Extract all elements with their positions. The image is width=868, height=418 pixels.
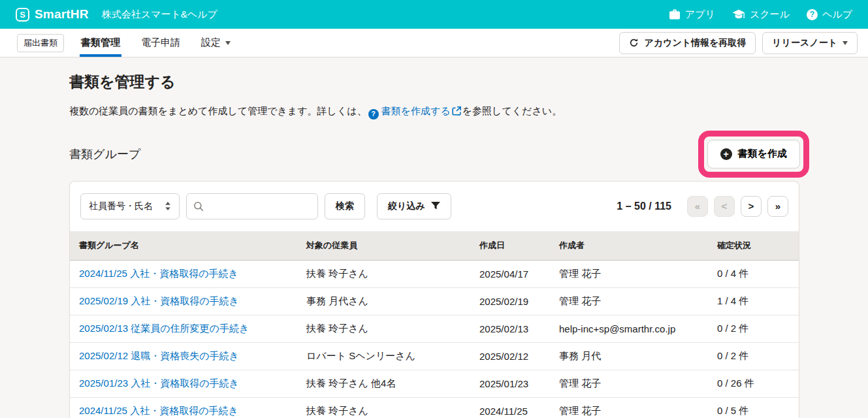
created-date-cell: 2025/04/17 bbox=[470, 260, 550, 287]
next-page-button[interactable]: > bbox=[741, 196, 762, 217]
author-cell: 管理 花子 bbox=[550, 397, 708, 418]
school-label: スクール bbox=[750, 8, 790, 21]
created-date-cell: 2024/11/25 bbox=[470, 397, 550, 418]
author-cell: 管理 花子 bbox=[550, 260, 708, 287]
search-field-select-value: 社員番号・氏名 bbox=[89, 201, 153, 212]
header-nav: アプリ スクール ? ヘルプ bbox=[669, 8, 852, 21]
author-cell: help-inc+sp@smarthr.co.jp bbox=[550, 315, 708, 342]
column-header-confirm-status: 確定状況 bbox=[708, 231, 799, 261]
tab-bar-actions: アカウント情報を再取得 リリースノート bbox=[619, 32, 858, 54]
tab-bar: 届出書類 書類管理 電子申請 設定 アカウント情報を再取得 リリースノート bbox=[0, 29, 868, 57]
refresh-account-label: アカウント情報を再取得 bbox=[644, 37, 746, 49]
document-group-link[interactable]: 2025/01/23 入社・資格取得の手続き bbox=[79, 378, 239, 389]
document-group-link[interactable]: 2024/11/25 入社・資格取得の手続き bbox=[79, 405, 238, 416]
prev-page-button[interactable]: < bbox=[714, 196, 735, 217]
group-name-cell: 2025/02/19 入社・資格取得の手続き bbox=[70, 287, 297, 315]
target-employee-cell: 扶養 玲子さん bbox=[297, 397, 470, 418]
create-document-button[interactable]: + 書類を作成 bbox=[707, 140, 800, 169]
help-icon: ? bbox=[807, 9, 818, 20]
search-box bbox=[186, 193, 318, 219]
refresh-account-button[interactable]: アカウント情報を再取得 bbox=[619, 32, 756, 54]
pagination-range: 1 – 50 / 115 bbox=[617, 201, 671, 212]
tab-document-management[interactable]: 書類管理 bbox=[71, 29, 131, 57]
section-title: 書類グループ bbox=[69, 146, 140, 162]
confirm-status-cell: 0 / 5 件 bbox=[708, 397, 799, 418]
description-text: 複数の従業員の書類をまとめて作成して管理できます。詳しくは、 bbox=[69, 105, 367, 116]
author-cell: 管理 花子 bbox=[550, 370, 708, 397]
create-documents-help-link[interactable]: 書類を作成する bbox=[381, 105, 451, 116]
pink-highlight-annotation: + 書類を作成 bbox=[698, 131, 809, 178]
apps-label: アプリ bbox=[685, 8, 715, 21]
author-cell: 事務 月代 bbox=[550, 342, 708, 370]
author-cell: 管理 花子 bbox=[550, 287, 708, 315]
target-employee-cell: 事務 月代さん bbox=[297, 287, 470, 315]
release-notes-button[interactable]: リリースノート bbox=[762, 32, 858, 54]
help-label: ヘルプ bbox=[822, 8, 852, 21]
tab-settings[interactable]: 設定 bbox=[191, 29, 241, 57]
search-field-select[interactable]: 社員番号・氏名 bbox=[80, 193, 180, 219]
funnel-icon bbox=[431, 202, 440, 210]
search-icon bbox=[193, 201, 204, 212]
release-notes-label: リリースノート bbox=[772, 37, 837, 49]
created-date-cell: 2025/02/12 bbox=[470, 342, 550, 370]
chevron-down-icon bbox=[843, 41, 848, 45]
tab-e-application[interactable]: 電子申請 bbox=[131, 29, 191, 57]
help-menu-item[interactable]: ? ヘルプ bbox=[807, 8, 852, 21]
column-header-target-employee: 対象の従業員 bbox=[297, 231, 470, 261]
table-body: 2024/11/25 入社・資格取得の手続き 扶養 玲子さん 2025/04/1… bbox=[70, 260, 799, 418]
table-toolbar: 社員番号・氏名 検索 絞り込み 1 – 50 / 115 « < > » bbox=[70, 182, 799, 231]
pagination-controls: « < > » bbox=[687, 196, 788, 217]
school-menu-item[interactable]: スクール bbox=[732, 8, 790, 21]
confirm-status-cell: 0 / 2 件 bbox=[708, 315, 799, 342]
document-group-link[interactable]: 2025/02/19 入社・資格取得の手続き bbox=[79, 295, 239, 306]
confirm-status-cell: 0 / 26 件 bbox=[708, 370, 799, 397]
table-row: 2024/11/25 入社・資格取得の手続き 扶養 玲子さん 2024/11/2… bbox=[70, 397, 799, 418]
target-employee-cell: 扶養 玲子さん 他4名 bbox=[297, 370, 470, 397]
table-row: 2025/01/23 入社・資格取得の手続き 扶養 玲子さん 他4名 2025/… bbox=[70, 370, 799, 397]
table-row: 2025/02/12 退職・資格喪失の手続き ロバート Sヘンリーさん 2025… bbox=[70, 342, 799, 370]
group-name-cell: 2024/11/25 入社・資格取得の手続き bbox=[70, 397, 297, 418]
filter-button[interactable]: 絞り込み bbox=[377, 193, 451, 219]
document-group-link[interactable]: 2025/02/12 退職・資格喪失の手続き bbox=[79, 350, 239, 361]
question-icon: ? bbox=[368, 109, 379, 120]
school-icon bbox=[732, 9, 745, 20]
created-date-cell: 2025/02/13 bbox=[470, 315, 550, 342]
tabs: 書類管理 電子申請 設定 bbox=[71, 29, 241, 57]
document-group-link[interactable]: 2025/02/13 従業員の住所変更の手続き bbox=[79, 323, 249, 334]
external-link-icon bbox=[452, 106, 461, 116]
section-header: 書類グループ + 書類を作成 bbox=[69, 130, 799, 178]
document-group-link[interactable]: 2024/11/25 入社・資格取得の手続き bbox=[79, 268, 238, 279]
target-employee-cell: 扶養 玲子さん bbox=[297, 315, 470, 342]
notification-documents-chip[interactable]: 届出書類 bbox=[17, 34, 64, 52]
table-row: 2025/02/19 入社・資格取得の手続き 事務 月代さん 2025/02/1… bbox=[70, 287, 799, 315]
created-date-cell: 2025/01/23 bbox=[470, 370, 550, 397]
document-groups-table: 書類グループ名 対象の従業員 作成日 作成者 確定状況 2024/11/25 入… bbox=[70, 231, 799, 418]
filter-label: 絞り込み bbox=[388, 201, 425, 212]
apps-menu-item[interactable]: アプリ bbox=[669, 8, 715, 21]
tab-label: 書類管理 bbox=[81, 37, 120, 49]
first-page-button[interactable]: « bbox=[687, 196, 708, 217]
search-input[interactable] bbox=[209, 201, 311, 212]
tab-label: 設定 bbox=[201, 37, 221, 49]
create-document-label: 書類を作成 bbox=[738, 148, 787, 160]
confirm-status-cell: 1 / 4 件 bbox=[708, 287, 799, 315]
last-page-button[interactable]: » bbox=[767, 196, 788, 217]
table-row: 2024/11/25 入社・資格取得の手続き 扶養 玲子さん 2025/04/1… bbox=[70, 260, 799, 287]
app-header: S SmartHR 株式会社スマート&ヘルプ アプリ スクール ? ヘルプ bbox=[0, 0, 868, 29]
smarthr-logo-icon: S bbox=[16, 8, 29, 22]
page-title: 書類を管理する bbox=[69, 72, 799, 92]
group-name-cell: 2025/02/13 従業員の住所変更の手続き bbox=[70, 315, 297, 342]
company-name: 株式会社スマート&ヘルプ bbox=[102, 8, 217, 21]
group-name-cell: 2025/02/12 退職・資格喪失の手続き bbox=[70, 342, 297, 370]
search-button[interactable]: 検索 bbox=[325, 193, 365, 219]
description-text: を参照してください。 bbox=[462, 105, 562, 116]
sort-updown-icon bbox=[165, 201, 171, 211]
target-employee-cell: 扶養 玲子さん bbox=[297, 260, 470, 287]
confirm-status-cell: 0 / 2 件 bbox=[708, 342, 799, 370]
toolbox-icon bbox=[669, 9, 681, 20]
table-row: 2025/02/13 従業員の住所変更の手続き 扶養 玲子さん 2025/02/… bbox=[70, 315, 799, 342]
table-header-row: 書類グループ名 対象の従業員 作成日 作成者 確定状況 bbox=[70, 231, 799, 261]
smarthr-logo[interactable]: S SmartHR bbox=[16, 7, 89, 22]
tab-label: 電子申請 bbox=[141, 37, 180, 49]
target-employee-cell: ロバート Sヘンリーさん bbox=[297, 342, 470, 370]
